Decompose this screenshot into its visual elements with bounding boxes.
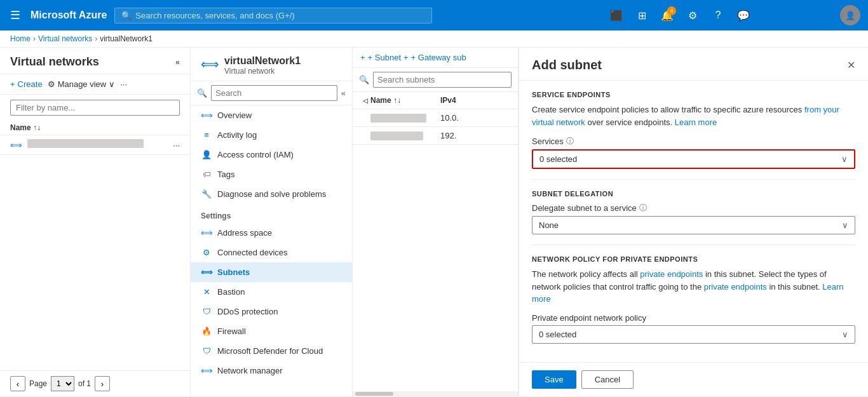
portal-menu-icon[interactable]: ⊞ <box>632 5 652 25</box>
nav-label-address-space: Address space <box>217 228 272 238</box>
page-select[interactable]: 1 <box>51 376 74 391</box>
nav-item-firewall[interactable]: 🔥 Firewall <box>191 321 352 341</box>
name-col-label: Name <box>10 123 31 132</box>
nav-item-connected-devices[interactable]: ⚙ Connected devices <box>191 243 352 262</box>
prev-page-button[interactable]: ‹ <box>10 376 25 391</box>
panel-body: SERVICE ENDPOINTS Create service endpoin… <box>519 81 868 362</box>
breadcrumb: Home › Virtual networks › virtualNetwork… <box>0 30 868 48</box>
resource-subtitle: Virtual network <box>224 67 301 76</box>
subnet-name-blurred-1 <box>370 114 426 123</box>
subnets-table-header: ◁ Name ↑↓ IPv4 <box>353 92 518 109</box>
subnet-row-2[interactable]: 192. <box>353 127 518 145</box>
cloud-shell-icon[interactable]: ⬛ <box>606 5 627 25</box>
collapse-nav-icon[interactable]: « <box>341 88 346 98</box>
add-subnet-label: + Subnet <box>368 53 401 62</box>
breadcrumb-sep-1: › <box>33 34 36 43</box>
save-button[interactable]: Save <box>532 370 576 389</box>
nav-label-ddos: DDoS protection <box>217 307 278 316</box>
nav-item-network-manager[interactable]: ⟺ Network manager <box>191 361 352 380</box>
table-header: Name ↑↓ <box>0 121 190 135</box>
left-panel-title-text: Virtual networks <box>10 55 99 69</box>
nav-item-tags[interactable]: 🏷 Tags <box>191 165 352 184</box>
network-policy-desc-1: The network policy affects all <box>532 269 640 279</box>
firewall-icon: 🔥 <box>201 326 212 336</box>
subnet-row-1[interactable]: 10.0. <box>353 109 518 127</box>
delegate-label-text: Delegate subnet to a service <box>532 203 637 213</box>
add-subnet-panel: Add subnet ✕ SERVICE ENDPOINTS Create se… <box>519 48 868 396</box>
left-panel-header: Virtual networks « <box>0 48 190 74</box>
divider-1 <box>532 179 855 180</box>
resource-title: virtualNetwork1 <box>224 55 301 67</box>
row-more-icon[interactable]: ··· <box>173 140 180 150</box>
avatar[interactable]: 👤 <box>840 5 860 25</box>
add-gateway-button[interactable]: + + Gateway sub <box>403 53 466 62</box>
breadcrumb-home[interactable]: Home <box>10 34 31 43</box>
nav-item-overview[interactable]: ⟺ Overview <box>191 105 352 125</box>
network-policy-desc-3: in this subnet. <box>769 282 822 292</box>
delegate-field-label: Delegate subnet to a service ⓘ <box>532 203 855 213</box>
cancel-button[interactable]: Cancel <box>581 370 634 389</box>
nav-search-input[interactable] <box>211 85 337 101</box>
breadcrumb-virtual-networks[interactable]: Virtual networks <box>38 34 92 43</box>
delegate-dropdown[interactable]: None ∨ <box>532 216 855 234</box>
private-endpoint-dropdown[interactable]: 0 selected ∨ <box>532 325 855 344</box>
nav-item-subnets[interactable]: ⟺ Subnets <box>191 262 352 282</box>
next-page-button[interactable]: › <box>95 376 110 391</box>
scroll-thumb[interactable] <box>355 392 393 396</box>
subnets-panel: + + Subnet + + Gateway sub 🔍 ◁ Name ↑↓ I… <box>353 48 519 396</box>
panel-title: Add subnet <box>532 58 602 72</box>
more-options-icon[interactable]: ··· <box>120 79 127 89</box>
global-search-box[interactable]: 🔍 <box>114 8 432 24</box>
collapse-left-panel[interactable]: « <box>175 58 180 67</box>
left-panel-toolbar: + Create ⚙ Manage view ∨ ··· <box>0 74 190 95</box>
add-subnet-button[interactable]: + + Subnet <box>360 53 401 62</box>
nav-item-defender[interactable]: 🛡 Microsoft Defender for Cloud <box>191 341 352 361</box>
nav-item-diagnose[interactable]: 🔧 Diagnose and solve problems <box>191 184 352 204</box>
nav-item-ddos[interactable]: 🛡 DDoS protection <box>191 302 352 321</box>
nav-label-overview: Overview <box>217 111 252 120</box>
service-endpoints-desc-text2: over service endpoints. <box>587 118 674 127</box>
subnets-icon: ⟺ <box>201 267 212 277</box>
global-search-input[interactable] <box>135 11 425 20</box>
services-dropdown[interactable]: 0 selected ∨ <box>532 149 855 169</box>
nav-label-connected-devices: Connected devices <box>217 248 288 257</box>
nav-label-network-manager: Network manager <box>217 366 283 375</box>
plus-subnet-icon: + <box>360 53 365 62</box>
bastion-icon: ✕ <box>201 287 212 297</box>
sort-name-icon[interactable]: ↑↓ <box>393 96 401 105</box>
breadcrumb-sep-2: › <box>95 34 97 43</box>
manage-view-button[interactable]: ⚙ Manage view ∨ <box>48 79 116 89</box>
delegate-info-icon[interactable]: ⓘ <box>639 203 647 213</box>
service-endpoints-learn-more[interactable]: Learn more <box>675 118 717 127</box>
table-row[interactable]: ⟺ ··· <box>0 135 190 155</box>
main-layout: Virtual networks « + Create ⚙ Manage vie… <box>0 48 868 396</box>
nav-item-bastion[interactable]: ✕ Bastion <box>191 282 352 302</box>
sort-icon[interactable]: ↑↓ <box>33 123 41 132</box>
create-button[interactable]: + Create <box>10 79 43 89</box>
private-endpoint-value: 0 selected <box>539 330 576 339</box>
topnav: ☰ Microsoft Azure 🔍 ⬛ ⊞ 🔔 4 ⚙ ? 💬 👤 <box>0 0 868 30</box>
nav-item-access-control[interactable]: 👤 Access control (IAM) <box>191 145 352 165</box>
feedback-icon[interactable]: 💬 <box>733 5 754 25</box>
subnet-ip-1: 10.0. <box>440 113 459 123</box>
scroll-left-arrow[interactable]: ◁ <box>360 96 370 105</box>
private-endpoint-chevron-icon: ∨ <box>842 330 848 339</box>
nav-label-defender: Microsoft Defender for Cloud <box>217 346 323 356</box>
panel-footer: Save Cancel <box>519 362 868 396</box>
notifications-icon[interactable]: 🔔 4 <box>657 5 677 25</box>
services-info-icon[interactable]: ⓘ <box>566 136 574 147</box>
gear-icon: ⚙ <box>48 79 55 89</box>
chevron-down-icon: ∨ <box>109 79 115 89</box>
nav-item-address-space[interactable]: ⟺ Address space <box>191 223 352 243</box>
settings-icon[interactable]: ⚙ <box>682 5 703 25</box>
help-icon[interactable]: ? <box>708 5 728 25</box>
subnets-search-input[interactable] <box>373 72 512 88</box>
horizontal-scrollbar[interactable] <box>353 391 518 396</box>
close-panel-button[interactable]: ✕ <box>847 59 855 71</box>
network-policy-desc-highlight2: private endpoints <box>704 282 767 292</box>
nav-label-bastion: Bastion <box>217 287 245 297</box>
service-endpoints-label: SERVICE ENDPOINTS <box>532 91 855 98</box>
nav-item-activity-log[interactable]: ≡ Activity log <box>191 125 352 145</box>
filter-input[interactable] <box>10 100 180 116</box>
hamburger-menu[interactable]: ☰ <box>8 6 23 25</box>
